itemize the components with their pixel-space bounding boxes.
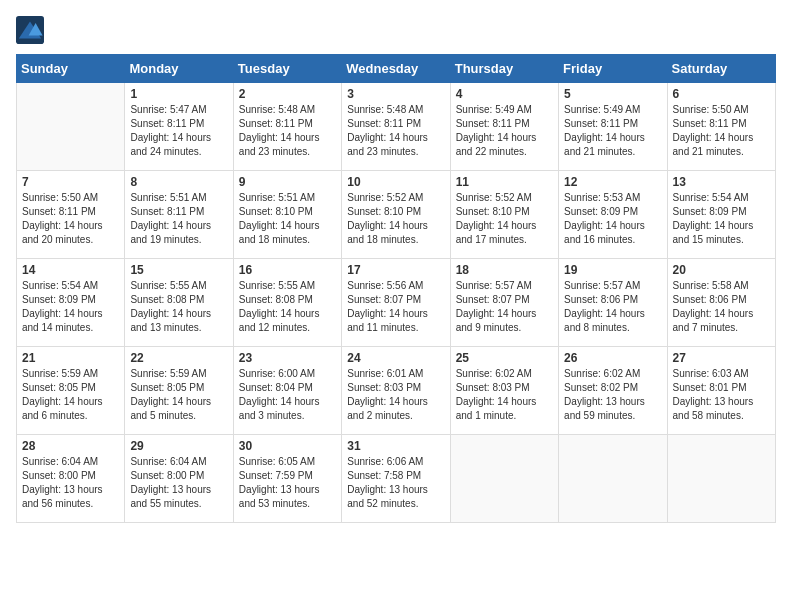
calendar-week-row: 1Sunrise: 5:47 AM Sunset: 8:11 PM Daylig… [17,83,776,171]
calendar-cell: 9Sunrise: 5:51 AM Sunset: 8:10 PM Daylig… [233,171,341,259]
calendar-cell: 6Sunrise: 5:50 AM Sunset: 8:11 PM Daylig… [667,83,775,171]
day-number: 20 [673,263,770,277]
calendar-cell: 3Sunrise: 5:48 AM Sunset: 8:11 PM Daylig… [342,83,450,171]
day-info: Sunrise: 5:54 AM Sunset: 8:09 PM Dayligh… [673,191,770,247]
day-info: Sunrise: 6:00 AM Sunset: 8:04 PM Dayligh… [239,367,336,423]
day-number: 26 [564,351,661,365]
day-number: 22 [130,351,227,365]
day-number: 7 [22,175,119,189]
day-number: 15 [130,263,227,277]
day-info: Sunrise: 5:57 AM Sunset: 8:07 PM Dayligh… [456,279,553,335]
calendar-cell [450,435,558,523]
day-number: 23 [239,351,336,365]
day-info: Sunrise: 5:52 AM Sunset: 8:10 PM Dayligh… [347,191,444,247]
calendar-cell: 5Sunrise: 5:49 AM Sunset: 8:11 PM Daylig… [559,83,667,171]
day-info: Sunrise: 5:51 AM Sunset: 8:11 PM Dayligh… [130,191,227,247]
day-number: 16 [239,263,336,277]
day-info: Sunrise: 5:48 AM Sunset: 8:11 PM Dayligh… [347,103,444,159]
day-info: Sunrise: 5:53 AM Sunset: 8:09 PM Dayligh… [564,191,661,247]
header [16,16,776,44]
day-info: Sunrise: 5:54 AM Sunset: 8:09 PM Dayligh… [22,279,119,335]
calendar-cell: 12Sunrise: 5:53 AM Sunset: 8:09 PM Dayli… [559,171,667,259]
day-number: 3 [347,87,444,101]
calendar-cell: 30Sunrise: 6:05 AM Sunset: 7:59 PM Dayli… [233,435,341,523]
calendar-cell: 14Sunrise: 5:54 AM Sunset: 8:09 PM Dayli… [17,259,125,347]
day-info: Sunrise: 6:05 AM Sunset: 7:59 PM Dayligh… [239,455,336,511]
day-number: 17 [347,263,444,277]
weekday-header-thursday: Thursday [450,55,558,83]
day-info: Sunrise: 5:56 AM Sunset: 8:07 PM Dayligh… [347,279,444,335]
day-number: 21 [22,351,119,365]
day-info: Sunrise: 5:57 AM Sunset: 8:06 PM Dayligh… [564,279,661,335]
day-number: 14 [22,263,119,277]
calendar-cell [559,435,667,523]
day-info: Sunrise: 6:01 AM Sunset: 8:03 PM Dayligh… [347,367,444,423]
calendar-cell: 2Sunrise: 5:48 AM Sunset: 8:11 PM Daylig… [233,83,341,171]
calendar-cell [17,83,125,171]
day-number: 29 [130,439,227,453]
logo [16,16,48,44]
day-number: 24 [347,351,444,365]
day-info: Sunrise: 5:52 AM Sunset: 8:10 PM Dayligh… [456,191,553,247]
calendar-cell: 29Sunrise: 6:04 AM Sunset: 8:00 PM Dayli… [125,435,233,523]
weekday-header-sunday: Sunday [17,55,125,83]
weekday-header-friday: Friday [559,55,667,83]
calendar-cell: 28Sunrise: 6:04 AM Sunset: 8:00 PM Dayli… [17,435,125,523]
day-info: Sunrise: 5:50 AM Sunset: 8:11 PM Dayligh… [673,103,770,159]
day-info: Sunrise: 5:47 AM Sunset: 8:11 PM Dayligh… [130,103,227,159]
day-info: Sunrise: 5:48 AM Sunset: 8:11 PM Dayligh… [239,103,336,159]
day-number: 31 [347,439,444,453]
day-info: Sunrise: 6:02 AM Sunset: 8:03 PM Dayligh… [456,367,553,423]
day-number: 13 [673,175,770,189]
calendar-cell: 20Sunrise: 5:58 AM Sunset: 8:06 PM Dayli… [667,259,775,347]
calendar-cell: 13Sunrise: 5:54 AM Sunset: 8:09 PM Dayli… [667,171,775,259]
calendar-week-row: 14Sunrise: 5:54 AM Sunset: 8:09 PM Dayli… [17,259,776,347]
day-number: 25 [456,351,553,365]
calendar-cell: 24Sunrise: 6:01 AM Sunset: 8:03 PM Dayli… [342,347,450,435]
calendar-cell: 10Sunrise: 5:52 AM Sunset: 8:10 PM Dayli… [342,171,450,259]
calendar-week-row: 21Sunrise: 5:59 AM Sunset: 8:05 PM Dayli… [17,347,776,435]
day-number: 12 [564,175,661,189]
calendar-cell: 16Sunrise: 5:55 AM Sunset: 8:08 PM Dayli… [233,259,341,347]
day-info: Sunrise: 5:59 AM Sunset: 8:05 PM Dayligh… [130,367,227,423]
calendar-cell: 17Sunrise: 5:56 AM Sunset: 8:07 PM Dayli… [342,259,450,347]
day-info: Sunrise: 6:02 AM Sunset: 8:02 PM Dayligh… [564,367,661,423]
calendar-cell: 11Sunrise: 5:52 AM Sunset: 8:10 PM Dayli… [450,171,558,259]
calendar-cell: 26Sunrise: 6:02 AM Sunset: 8:02 PM Dayli… [559,347,667,435]
day-info: Sunrise: 6:04 AM Sunset: 8:00 PM Dayligh… [130,455,227,511]
day-number: 9 [239,175,336,189]
day-info: Sunrise: 5:49 AM Sunset: 8:11 PM Dayligh… [564,103,661,159]
day-number: 30 [239,439,336,453]
day-number: 5 [564,87,661,101]
day-info: Sunrise: 6:06 AM Sunset: 7:58 PM Dayligh… [347,455,444,511]
weekday-header-wednesday: Wednesday [342,55,450,83]
logo-icon [16,16,44,44]
day-number: 28 [22,439,119,453]
day-info: Sunrise: 6:04 AM Sunset: 8:00 PM Dayligh… [22,455,119,511]
calendar-cell: 21Sunrise: 5:59 AM Sunset: 8:05 PM Dayli… [17,347,125,435]
day-number: 10 [347,175,444,189]
calendar-cell: 19Sunrise: 5:57 AM Sunset: 8:06 PM Dayli… [559,259,667,347]
calendar-cell: 1Sunrise: 5:47 AM Sunset: 8:11 PM Daylig… [125,83,233,171]
day-info: Sunrise: 5:50 AM Sunset: 8:11 PM Dayligh… [22,191,119,247]
day-number: 1 [130,87,227,101]
day-number: 27 [673,351,770,365]
calendar-cell: 15Sunrise: 5:55 AM Sunset: 8:08 PM Dayli… [125,259,233,347]
calendar-table: SundayMondayTuesdayWednesdayThursdayFrid… [16,54,776,523]
calendar-cell: 22Sunrise: 5:59 AM Sunset: 8:05 PM Dayli… [125,347,233,435]
day-info: Sunrise: 5:59 AM Sunset: 8:05 PM Dayligh… [22,367,119,423]
day-number: 11 [456,175,553,189]
calendar-cell: 7Sunrise: 5:50 AM Sunset: 8:11 PM Daylig… [17,171,125,259]
calendar-cell [667,435,775,523]
day-number: 18 [456,263,553,277]
day-info: Sunrise: 5:58 AM Sunset: 8:06 PM Dayligh… [673,279,770,335]
day-info: Sunrise: 6:03 AM Sunset: 8:01 PM Dayligh… [673,367,770,423]
day-number: 4 [456,87,553,101]
calendar-week-row: 28Sunrise: 6:04 AM Sunset: 8:00 PM Dayli… [17,435,776,523]
calendar-cell: 4Sunrise: 5:49 AM Sunset: 8:11 PM Daylig… [450,83,558,171]
day-number: 6 [673,87,770,101]
day-info: Sunrise: 5:55 AM Sunset: 8:08 PM Dayligh… [130,279,227,335]
weekday-header-tuesday: Tuesday [233,55,341,83]
day-info: Sunrise: 5:55 AM Sunset: 8:08 PM Dayligh… [239,279,336,335]
day-info: Sunrise: 5:51 AM Sunset: 8:10 PM Dayligh… [239,191,336,247]
